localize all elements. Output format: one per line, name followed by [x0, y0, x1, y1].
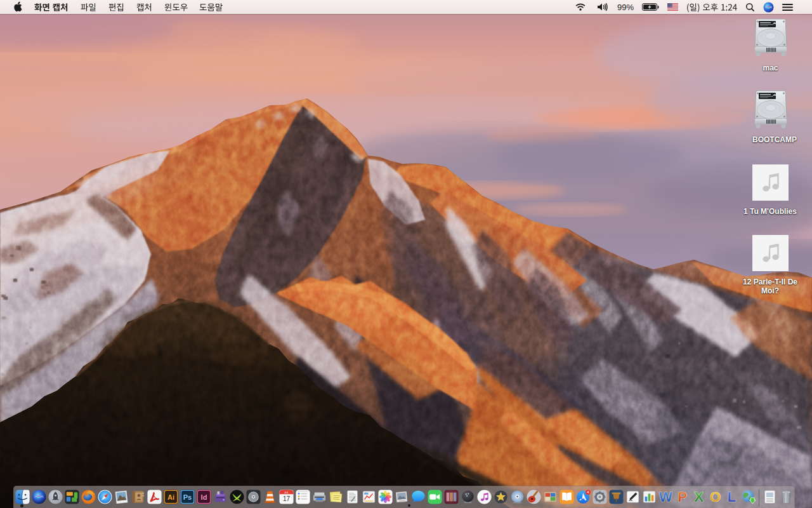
svg-text:17: 17 — [282, 495, 290, 502]
svg-text:W: W — [659, 490, 672, 504]
svg-text:Ps: Ps — [183, 493, 192, 501]
svg-text:L: L — [727, 490, 736, 504]
svg-text:O: O — [709, 490, 720, 504]
svg-text:Id: Id — [200, 493, 207, 501]
svg-text:JUL: JUL — [284, 491, 289, 494]
svg-text:P: P — [678, 490, 687, 504]
svg-text:Ai: Ai — [167, 493, 174, 501]
svg-text:X: X — [694, 490, 704, 504]
